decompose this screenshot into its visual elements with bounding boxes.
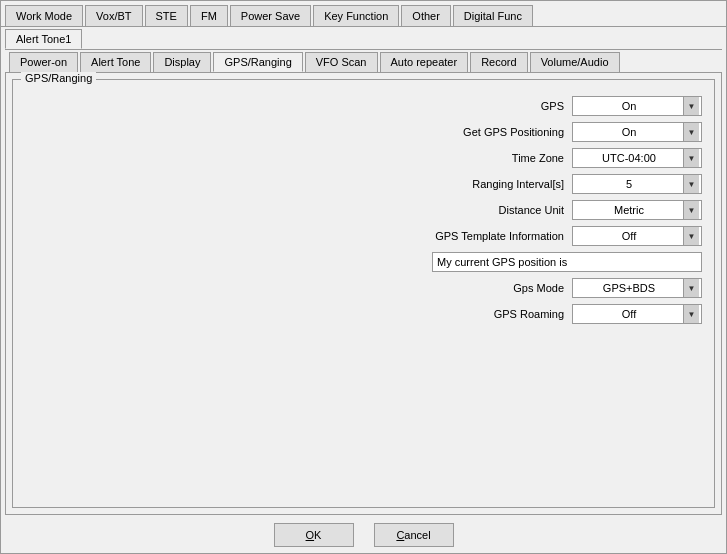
tab-auto-repeater[interactable]: Auto repeater — [380, 52, 469, 72]
gps-label: GPS — [364, 100, 564, 112]
bottom-bar: OK Cancel — [1, 519, 726, 553]
time-zone-row: Time Zone UTC-04:00 — [25, 148, 702, 168]
gps-roaming-control: Off — [572, 304, 702, 324]
distance-unit-dropdown[interactable]: Metric — [572, 200, 702, 220]
gps-mode-value: GPS+BDS — [575, 282, 683, 294]
tab-vox-bt[interactable]: Vox/BT — [85, 5, 142, 26]
time-zone-dropdown-arrow[interactable] — [683, 149, 699, 167]
gps-template-value: Off — [575, 230, 683, 242]
tab-work-mode[interactable]: Work Mode — [5, 5, 83, 26]
distance-unit-control: Metric — [572, 200, 702, 220]
gps-position-row: My current GPS position is — [25, 252, 702, 272]
gps-dropdown-arrow[interactable] — [683, 97, 699, 115]
ranging-interval-control: 5 — [572, 174, 702, 194]
cancel-label: Cancel — [396, 529, 430, 541]
get-gps-dropdown-arrow[interactable] — [683, 123, 699, 141]
get-gps-label: Get GPS Positioning — [364, 126, 564, 138]
tab-power-save[interactable]: Power Save — [230, 5, 311, 26]
tab-fm[interactable]: FM — [190, 5, 228, 26]
tab-power-on[interactable]: Power-on — [9, 52, 78, 72]
tab-other[interactable]: Other — [401, 5, 451, 26]
tab-display[interactable]: Display — [153, 52, 211, 72]
gps-position-text: My current GPS position is — [437, 256, 567, 268]
gps-template-dropdown-arrow[interactable] — [683, 227, 699, 245]
gps-control: On — [572, 96, 702, 116]
distance-unit-label: Distance Unit — [364, 204, 564, 216]
tab-alert-tone1[interactable]: Alert Tone1 — [5, 29, 82, 49]
ranging-interval-value: 5 — [575, 178, 683, 190]
cancel-button[interactable]: Cancel — [374, 523, 454, 547]
ok-label: OK — [306, 529, 322, 541]
time-zone-label: Time Zone — [364, 152, 564, 164]
gps-template-row: GPS Template Information Off — [25, 226, 702, 246]
group-label: GPS/Ranging — [21, 72, 96, 84]
second-tab-bar: Power-on Alert Tone Display GPS/Ranging … — [5, 49, 722, 72]
main-window: Work Mode Vox/BT STE FM Power Save Key F… — [0, 0, 727, 554]
distance-unit-row: Distance Unit Metric — [25, 200, 702, 220]
gps-template-label: GPS Template Information — [364, 230, 564, 242]
gps-mode-dropdown[interactable]: GPS+BDS — [572, 278, 702, 298]
gps-position-input[interactable]: My current GPS position is — [432, 252, 702, 272]
tab-gps-ranging[interactable]: GPS/Ranging — [213, 52, 302, 72]
ranging-interval-dropdown[interactable]: 5 — [572, 174, 702, 194]
form-rows: GPS On Get GPS Positioning On — [25, 96, 702, 324]
gps-mode-control: GPS+BDS — [572, 278, 702, 298]
distance-unit-value: Metric — [575, 204, 683, 216]
gps-roaming-value: Off — [575, 308, 683, 320]
get-gps-row: Get GPS Positioning On — [25, 122, 702, 142]
tab-record[interactable]: Record — [470, 52, 527, 72]
get-gps-control: On — [572, 122, 702, 142]
gps-mode-row: Gps Mode GPS+BDS — [25, 278, 702, 298]
gps-template-dropdown[interactable]: Off — [572, 226, 702, 246]
gps-value: On — [575, 100, 683, 112]
tab-vfo-scan[interactable]: VFO Scan — [305, 52, 378, 72]
gps-mode-label: Gps Mode — [364, 282, 564, 294]
gps-dropdown[interactable]: On — [572, 96, 702, 116]
get-gps-value: On — [575, 126, 683, 138]
tab-digital-func[interactable]: Digital Func — [453, 5, 533, 26]
time-zone-dropdown[interactable]: UTC-04:00 — [572, 148, 702, 168]
time-zone-control: UTC-04:00 — [572, 148, 702, 168]
gps-position-control: My current GPS position is — [432, 252, 702, 272]
gps-ranging-group: GPS/Ranging GPS On Get GPS Positioning — [12, 79, 715, 508]
distance-unit-dropdown-arrow[interactable] — [683, 201, 699, 219]
gps-row: GPS On — [25, 96, 702, 116]
tab-ste[interactable]: STE — [145, 5, 188, 26]
gps-roaming-row: GPS Roaming Off — [25, 304, 702, 324]
ranging-interval-row: Ranging Interval[s] 5 — [25, 174, 702, 194]
tab-alert-tone[interactable]: Alert Tone — [80, 52, 151, 72]
top-tab-bar: Work Mode Vox/BT STE FM Power Save Key F… — [1, 1, 726, 26]
ranging-interval-dropdown-arrow[interactable] — [683, 175, 699, 193]
gps-roaming-dropdown[interactable]: Off — [572, 304, 702, 324]
tab-key-function[interactable]: Key Function — [313, 5, 399, 26]
gps-template-control: Off — [572, 226, 702, 246]
get-gps-dropdown[interactable]: On — [572, 122, 702, 142]
time-zone-value: UTC-04:00 — [575, 152, 683, 164]
gps-roaming-label: GPS Roaming — [364, 308, 564, 320]
gps-roaming-dropdown-arrow[interactable] — [683, 305, 699, 323]
ranging-interval-label: Ranging Interval[s] — [364, 178, 564, 190]
ok-button[interactable]: OK — [274, 523, 354, 547]
gps-mode-dropdown-arrow[interactable] — [683, 279, 699, 297]
tab-volume-audio[interactable]: Volume/Audio — [530, 52, 620, 72]
content-area: GPS/Ranging GPS On Get GPS Positioning — [5, 72, 722, 515]
